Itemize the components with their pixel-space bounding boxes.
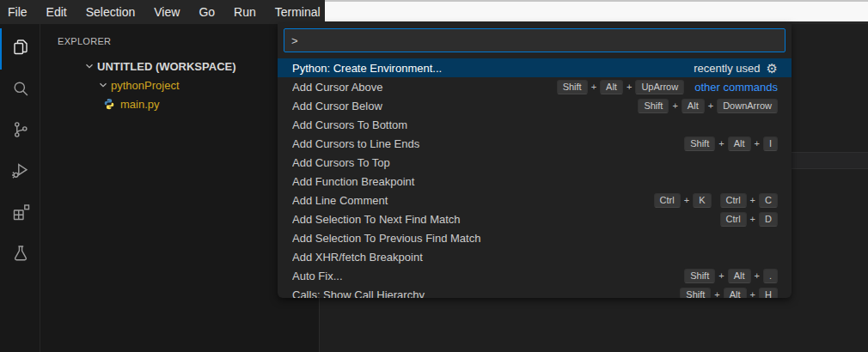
- key-separator: +: [714, 289, 719, 298]
- activitybar-item-testing[interactable]: [0, 234, 40, 276]
- chevron-down-icon: [83, 60, 95, 72]
- keybinding: Shift+Alt+I: [684, 137, 778, 151]
- keybinding: Shift+Alt+.: [684, 269, 778, 283]
- file-label: main.py: [120, 98, 160, 111]
- menu-item-edit[interactable]: Edit: [37, 0, 76, 24]
- key-chip: Ctrl: [720, 193, 747, 208]
- key-chip: Shift: [684, 269, 715, 283]
- command-palette: Python: Create Environment...recently us…: [278, 23, 792, 298]
- command-row[interactable]: Add Line CommentCtrl+KCtrl+C: [278, 191, 792, 209]
- activitybar-item-extensions[interactable]: [0, 193, 40, 234]
- chevron-down-icon: [97, 79, 109, 91]
- command-label: Add Line Comment: [292, 194, 654, 207]
- key-chip: C: [759, 193, 778, 208]
- key-chip: H: [759, 288, 778, 299]
- gear-icon[interactable]: ⚙: [767, 62, 778, 75]
- command-row[interactable]: Auto Fix...Shift+Alt+.: [278, 266, 792, 285]
- folder-label: pythonProject: [111, 79, 180, 92]
- keybinding: Shift+Alt+H: [680, 288, 778, 299]
- key-separator: +: [750, 214, 755, 224]
- menu-item-terminal[interactable]: Terminal: [266, 0, 330, 24]
- menu-item-go[interactable]: Go: [189, 0, 224, 24]
- key-separator: +: [755, 138, 760, 149]
- activitybar-item-search[interactable]: [0, 70, 40, 111]
- key-chip: Shift: [557, 80, 588, 94]
- key-chip: Alt: [600, 80, 623, 94]
- key-chip: Alt: [724, 288, 747, 299]
- command-row[interactable]: Add Cursor AboveShift+Alt+UpArrowother c…: [278, 77, 792, 96]
- key-chip: Shift: [680, 288, 711, 299]
- source-control-icon: [10, 119, 31, 143]
- key-separator: +: [755, 270, 760, 281]
- command-row[interactable]: Add Selection To Next Find MatchCtrl+D: [278, 209, 792, 228]
- key-chip: Ctrl: [720, 212, 747, 227]
- command-label: Add Cursor Below: [292, 100, 638, 112]
- key-chip: K: [693, 193, 711, 208]
- command-label: Add XHR/fetch Breakpoint: [292, 251, 778, 264]
- group-label-recently-used: recently used: [694, 62, 760, 75]
- beaker-icon: [10, 243, 31, 267]
- key-separator: +: [684, 195, 689, 205]
- workspace-label: UNTITLED (WORKSPACE): [97, 60, 236, 73]
- command-label: Add Cursors To Bottom: [292, 118, 778, 131]
- menu-item-view[interactable]: View: [144, 0, 189, 24]
- command-row[interactable]: Add Cursor BelowShift+Alt+DownArrow: [278, 96, 792, 115]
- background-window-strip: [325, 0, 868, 21]
- python-file-icon: [103, 98, 115, 110]
- key-chip: UpArrow: [635, 80, 684, 94]
- command-label: Add Cursors To Top: [292, 156, 778, 169]
- command-label: Add Selection To Next Find Match: [292, 213, 720, 226]
- key-chip: Ctrl: [654, 193, 681, 208]
- command-row[interactable]: Python: Create Environment...recently us…: [278, 58, 792, 77]
- menu-item-file[interactable]: File: [0, 0, 37, 24]
- extensions-icon: [10, 202, 31, 226]
- keybinding: Ctrl+KCtrl+C: [654, 193, 778, 208]
- command-list: Python: Create Environment...recently us…: [278, 58, 792, 298]
- key-separator: +: [718, 270, 724, 281]
- key-separator: +: [708, 100, 713, 111]
- debug-icon: [10, 161, 31, 185]
- activitybar-item-explorer[interactable]: [0, 28, 40, 70]
- command-label: Auto Fix...: [292, 270, 684, 282]
- key-separator: +: [750, 195, 755, 205]
- key-chip: D: [759, 212, 778, 227]
- command-label: Add Function Breakpoint: [292, 175, 778, 188]
- key-chip: I: [763, 137, 778, 151]
- command-label: Add Cursor Above: [292, 81, 557, 94]
- key-separator: +: [627, 82, 632, 92]
- files-icon: [10, 37, 31, 61]
- key-chip: DownArrow: [717, 99, 778, 113]
- search-icon: [10, 78, 31, 102]
- key-chip: Alt: [728, 137, 751, 151]
- command-label: Calls: Show Call Hierarchy: [292, 288, 680, 299]
- command-input[interactable]: [284, 29, 785, 52]
- menu-item-run[interactable]: Run: [224, 0, 266, 24]
- key-chip: .: [763, 269, 778, 283]
- command-row[interactable]: Add Cursors to Line EndsShift+Alt+I: [278, 134, 792, 153]
- command-input-box: [284, 28, 785, 52]
- command-row[interactable]: Add XHR/fetch Breakpoint: [278, 247, 792, 266]
- key-chip: Alt: [728, 269, 751, 283]
- command-row[interactable]: Calls: Show Call HierarchyShift+Alt+H: [278, 285, 792, 298]
- keybinding: Shift+Alt+UpArrow: [557, 80, 685, 94]
- key-chip: Shift: [638, 99, 669, 113]
- activitybar-item-run-and-debug[interactable]: [0, 152, 40, 193]
- command-label: Add Cursors to Line Ends: [292, 137, 684, 150]
- key-separator: +: [750, 289, 755, 298]
- other-commands-link[interactable]: other commands: [694, 81, 778, 94]
- key-separator: +: [672, 100, 677, 111]
- key-separator: +: [591, 82, 596, 92]
- menu-item-selection[interactable]: Selection: [76, 0, 145, 24]
- key-chip: Alt: [682, 99, 705, 113]
- activity-bar: [0, 24, 40, 352]
- keybinding: Shift+Alt+DownArrow: [638, 99, 778, 113]
- command-row[interactable]: Add Selection To Previous Find Match: [278, 228, 792, 247]
- key-separator: +: [718, 138, 724, 149]
- command-row[interactable]: Add Cursors To Bottom: [278, 115, 792, 134]
- activitybar-item-source-control[interactable]: [0, 111, 40, 152]
- command-row[interactable]: Add Cursors To Top: [278, 153, 792, 172]
- key-chip: Shift: [684, 137, 715, 151]
- command-row[interactable]: Add Function Breakpoint: [278, 172, 792, 191]
- keybinding: Ctrl+D: [720, 212, 779, 227]
- command-label: Python: Create Environment...: [292, 62, 694, 75]
